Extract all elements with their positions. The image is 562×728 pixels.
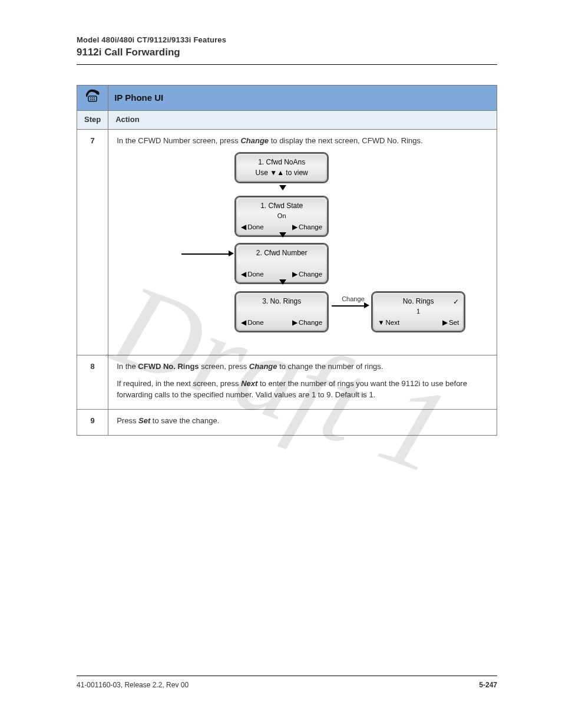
next-softkey: ▼ Next xyxy=(378,318,399,328)
svg-point-1 xyxy=(90,97,91,98)
phone-ui-icon-cell xyxy=(77,85,108,111)
s5-line2: 1 xyxy=(378,307,459,317)
step9-tb: to save the change. xyxy=(150,416,219,425)
screen-no-rings: 3. No. Rings ◀ Done ▶ Change xyxy=(234,291,329,332)
table-row: 9 Press Set to save the change. xyxy=(77,409,497,435)
flowchart: 1. Cfwd NoAns Use ▼▲ to view 1. Cfwd Sta… xyxy=(117,146,488,347)
svg-point-3 xyxy=(94,97,95,98)
s2-line2: On xyxy=(241,212,322,221)
s4-line1: 3. No. Rings xyxy=(241,297,322,307)
done-softkey: ◀ Done xyxy=(241,318,264,328)
footer-page-number: 5-247 xyxy=(479,681,497,689)
footer-rule xyxy=(77,676,497,676)
step-number: 8 xyxy=(77,355,108,410)
table-row: 7 In the CFWD Number screen, press Chang… xyxy=(77,129,497,355)
arrow-down-icon xyxy=(279,279,286,285)
step-number: 7 xyxy=(77,129,108,355)
arrow-down-icon xyxy=(279,185,286,190)
phone-handset-icon xyxy=(84,89,101,103)
done-softkey: ◀ Done xyxy=(241,269,264,279)
step8-p1a: In the xyxy=(117,362,138,371)
svg-rect-0 xyxy=(88,96,97,101)
arrow-right-head-icon xyxy=(229,251,234,256)
step8-p2a: If required, in the next screen, press xyxy=(117,379,241,388)
step9-set-label: Set xyxy=(138,416,150,425)
svg-point-2 xyxy=(92,97,93,98)
page-footer: 41-001160-03, Release 2.2, Rev 00 5-247 xyxy=(77,676,497,689)
procedure-table: IP Phone UI Step Action 7 In the CFWD Nu… xyxy=(77,85,497,436)
svg-point-5 xyxy=(92,99,93,100)
set-softkey: ▶ Set xyxy=(442,318,459,328)
s3-line1: 2. Cfwd Number xyxy=(241,248,322,258)
section-eyebrow: Model 480i/480i CT/9112i/9133i Features xyxy=(77,35,497,44)
step8-p1d: to change the number of rings. xyxy=(277,362,384,371)
arrow-change-label: Change xyxy=(342,295,365,304)
step7-text-b: to display the next screen, CFWD No. Rin… xyxy=(269,136,423,145)
step7-change-label: Change xyxy=(240,136,269,145)
col-step-header: Step xyxy=(77,110,108,129)
table-row: 8 In the CFWD No. Rings screen, press Ch… xyxy=(77,355,497,410)
change-softkey: ▶ Change xyxy=(292,222,322,232)
step8-p1c: screen, press xyxy=(199,362,249,371)
arrow-right-highlight xyxy=(181,253,229,254)
footer-docid: 41-001160-03, Release 2.2, Rev 00 xyxy=(77,681,189,689)
s5-line1: No. Rings xyxy=(378,297,459,307)
col-action-header: Action xyxy=(108,110,497,129)
step-number: 9 xyxy=(77,409,108,435)
step8-change-label: Change xyxy=(249,362,277,371)
s1-line1: 1. Cfwd NoAns xyxy=(241,157,322,167)
section-title: 9112i Call Forwarding xyxy=(77,47,497,58)
change-softkey: ▶ Change xyxy=(292,318,322,328)
procedure-banner-title: IP Phone UI xyxy=(108,85,497,111)
s1-line2: Use ▼▲ to view xyxy=(241,168,322,178)
section-rule xyxy=(77,64,497,65)
svg-point-6 xyxy=(94,99,95,100)
screen-cfwd-state: 1. Cfwd State On ◀ Done ▶ Change xyxy=(234,196,329,237)
arrow-down-icon xyxy=(279,232,286,238)
table-subhead: Step Action xyxy=(77,110,497,129)
step9-ta: Press xyxy=(117,416,138,425)
check-icon: ✓ xyxy=(453,297,459,307)
s2-line1: 1. Cfwd State xyxy=(241,201,322,211)
done-softkey: ◀ Done xyxy=(241,222,264,232)
arrow-right-change xyxy=(332,305,364,306)
step8-p1b: CFWD No. Rings xyxy=(138,362,199,371)
change-softkey: ▶ Change xyxy=(292,269,322,279)
screen-cfwd-noans: 1. Cfwd NoAns Use ▼▲ to view xyxy=(234,152,329,183)
step7-text-a: In the CFWD Number screen, press xyxy=(117,136,240,145)
screen-no-rings-set: No. Rings 1 ✓ ▼ Next ▶ Set xyxy=(371,291,465,332)
screen-cfwd-number: 2. Cfwd Number ◀ Done ▶ Change xyxy=(234,243,329,284)
svg-point-4 xyxy=(90,99,91,100)
step8-next-label: Next xyxy=(241,379,257,388)
arrow-right-head-icon xyxy=(364,302,369,308)
